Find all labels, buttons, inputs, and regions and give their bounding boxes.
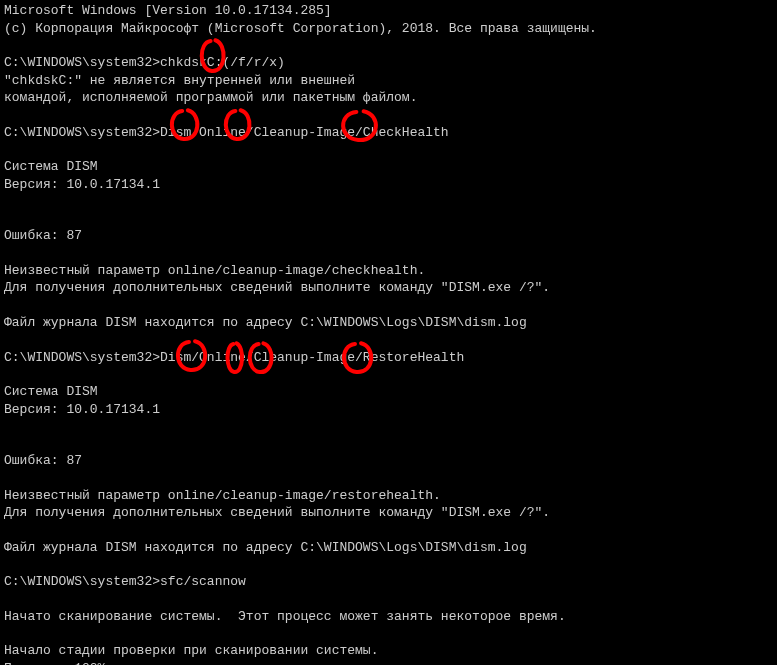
blank-line [4,418,773,435]
unknown-param-checkhealth: Неизвестный параметр online/cleanup-imag… [4,262,773,280]
blank-line [4,193,773,210]
sfc-verification-start: Начало стадии проверки при сканировании … [4,642,773,660]
blank-line [4,107,773,124]
dism-help-hint: Для получения дополнительных сведений вы… [4,504,773,522]
version-line: Microsoft Windows [Version 10.0.17134.28… [4,2,773,20]
sfc-scan-started: Начато сканирование системы. Этот процес… [4,608,773,626]
unknown-param-restorehealth: Неизвестный параметр online/cleanup-imag… [4,487,773,505]
error-87: Ошибка: 87 [4,452,773,470]
dism-system-label: Cистема DISM [4,158,773,176]
dism-log-path: Файл журнала DISM находится по адресу C:… [4,539,773,557]
blank-line [4,210,773,227]
dism-system-label: Cистема DISM [4,383,773,401]
blank-line [4,366,773,383]
copyright-line: (c) Корпорация Майкрософт (Microsoft Cor… [4,20,773,38]
error-chkdsk-1: "chkdskC:" не является внутренней или вн… [4,72,773,90]
blank-line [4,522,773,539]
prompt-dism-checkhealth: C:\WINDOWS\system32>Dism/Online/Cleanup-… [4,124,773,142]
dism-help-hint: Для получения дополнительных сведений вы… [4,279,773,297]
blank-line [4,332,773,349]
blank-line [4,37,773,54]
dism-version: Версия: 10.0.17134.1 [4,401,773,419]
blank-line [4,245,773,262]
blank-line [4,591,773,608]
error-87: Ошибка: 87 [4,227,773,245]
terminal-output[interactable]: Microsoft Windows [Version 10.0.17134.28… [4,2,773,665]
dism-version: Версия: 10.0.17134.1 [4,176,773,194]
blank-line [4,141,773,158]
prompt-chkdsk: C:\WINDOWS\system32>chkdskC:(/f/r/x) [4,54,773,72]
prompt-dism-restorehealth: C:\WINDOWS\system32>Dism/Online/Cleanup-… [4,349,773,367]
blank-line [4,297,773,314]
blank-line [4,556,773,573]
blank-line [4,435,773,452]
dism-log-path: Файл журнала DISM находится по адресу C:… [4,314,773,332]
error-chkdsk-2: командой, исполняемой программой или пак… [4,89,773,107]
blank-line [4,470,773,487]
sfc-verification-progress: Проверка 100% завершена. [4,660,773,665]
blank-line [4,625,773,642]
prompt-sfc-scannow: C:\WINDOWS\system32>sfc/scannow [4,573,773,591]
